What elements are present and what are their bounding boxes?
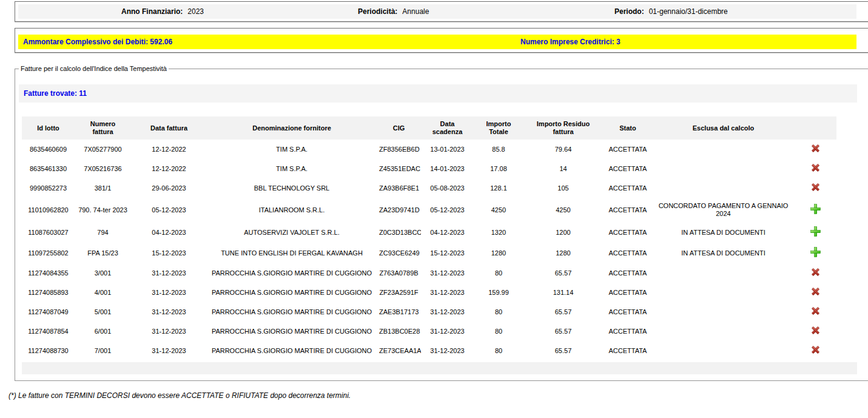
column-header: Numero fattura: [75, 116, 131, 140]
red-x-icon[interactable]: [811, 345, 820, 354]
cell-stato: ACCETTATA: [603, 322, 653, 341]
cell-data-fattura: 31-12-2023: [131, 322, 207, 341]
cell-id-lotto: 9990852273: [22, 178, 75, 198]
cell-importo-residuo-fattura: 4250: [523, 198, 603, 222]
cell-cig: Z763A0789B: [377, 263, 421, 283]
cell-importo-totale: 80: [474, 263, 523, 283]
green-plus-icon[interactable]: [810, 204, 821, 214]
periodo-label: Periodo:: [614, 7, 644, 16]
cell-importo-residuo-fattura: 79.64: [523, 140, 603, 159]
invoices-fieldset: Fatture per il calcolo dell'Indice della…: [15, 65, 868, 381]
periodicita-label: Periodicità:: [358, 7, 397, 16]
red-x-icon[interactable]: [811, 144, 820, 153]
cell-denominazione-fornitore: PARROCCHIA S.GIORGIO MARTIRE DI CUGGIONO: [207, 302, 377, 322]
exclude-toggle-cell[interactable]: [794, 178, 836, 198]
cell-esclusa-dal-calcolo: IN ATTESA DI DOCUMENTI: [653, 222, 794, 243]
cell-importo-residuo-fattura: 65.57: [523, 302, 603, 322]
cell-importo-totale: 159.99: [474, 283, 523, 302]
cell-data-scadenza: 14-01-2023: [421, 159, 474, 178]
exclude-toggle-cell[interactable]: [794, 263, 836, 283]
green-plus-icon[interactable]: [810, 226, 821, 237]
cell-denominazione-fornitore: TIM S.P.A.: [207, 140, 377, 159]
cell-cig: ZC93CE6249: [377, 243, 421, 263]
cell-importo-residuo-fattura: 1200: [523, 222, 603, 243]
cell-data-fattura: 05-12-2023: [131, 198, 207, 222]
cell-importo-totale: 17.08: [474, 159, 523, 178]
cell-importo-totale: 128.1: [474, 178, 523, 198]
column-header: Denominazione fornitore: [207, 116, 377, 140]
cell-data-fattura: 31-12-2023: [131, 341, 207, 360]
cell-data-fattura: 12-12-2022: [131, 159, 207, 178]
exclude-toggle-cell[interactable]: [794, 159, 836, 178]
cell-esclusa-dal-calcolo: IN ATTESA DI DOCUMENTI: [653, 243, 794, 263]
cell-stato: ACCETTATA: [603, 263, 653, 283]
cell-numero-fattura: 794: [75, 222, 131, 243]
debt-summary-banner: Ammontare Complessivo dei Debiti: 592.06…: [15, 28, 868, 53]
invoices-table-header-row: Id lottoNumero fatturaData fatturaDenomi…: [22, 116, 836, 140]
invoices-found-count: Fatture trovate: 11: [19, 84, 857, 103]
red-x-icon[interactable]: [811, 287, 820, 296]
cell-importo-totale: 85.8: [474, 140, 523, 159]
cell-id-lotto: 11274085893: [22, 283, 75, 302]
cell-data-scadenza: 15-12-2023: [421, 243, 474, 263]
cell-data-scadenza: 05-12-2023: [421, 198, 474, 222]
invoice-row: 112740858934/00131-12-2023PARROCCHIA S.G…: [22, 283, 836, 302]
cell-cig: ZA23D9741D: [377, 198, 421, 222]
periodicita-value: Annuale: [402, 7, 429, 16]
red-x-icon[interactable]: [811, 183, 820, 192]
cell-id-lotto: 8635460609: [22, 140, 75, 159]
cell-denominazione-fornitore: BBL TECHNOLOGY SRL: [207, 178, 377, 198]
cell-stato: ACCETTATA: [603, 222, 653, 243]
cell-importo-totale: 80: [474, 341, 523, 360]
cell-id-lotto: 11274088730: [22, 341, 75, 360]
cell-denominazione-fornitore: PARROCCHIA S.GIORGIO MARTIRE DI CUGGIONO: [207, 322, 377, 341]
exclude-toggle-cell[interactable]: [794, 283, 836, 302]
invoice-row: 9990852273381/129-06-2023BBL TECHNOLOGY …: [22, 178, 836, 198]
cell-cig: Z45351EDAC: [377, 159, 421, 178]
numero-imprese-text: Numero Imprese Creditrici: 3: [520, 38, 621, 46]
cell-importo-residuo-fattura: 65.57: [523, 322, 603, 341]
cell-denominazione-fornitore: ITALIANROOM S.R.L.: [207, 198, 377, 222]
red-x-icon[interactable]: [811, 306, 820, 315]
exclude-toggle-cell[interactable]: [794, 140, 836, 159]
cell-data-scadenza: 31-12-2023: [421, 283, 474, 302]
red-x-icon[interactable]: [811, 268, 820, 277]
invoice-row: 11010962820790. 74-ter 202305-12-2023ITA…: [22, 198, 836, 222]
cell-esclusa-dal-calcolo: [653, 263, 794, 283]
column-header: Esclusa dal calcolo: [653, 116, 794, 140]
column-header: Data scadenza: [421, 116, 474, 140]
exclude-toggle-cell[interactable]: [794, 198, 836, 222]
invoice-row: 112740887307/00131-12-2023PARROCCHIA S.G…: [22, 341, 836, 360]
red-x-icon[interactable]: [811, 326, 820, 335]
period-info-bar: Anno Finanziario: 2023 Periodicità: Annu…: [15, 1, 868, 22]
cell-importo-residuo-fattura: 65.57: [523, 341, 603, 360]
exclude-toggle-cell[interactable]: [794, 302, 836, 322]
periodo-field: Periodo: 01-gennaio/31-dicembre: [614, 7, 728, 16]
exclude-toggle-cell[interactable]: [794, 243, 836, 263]
column-header: CIG: [377, 116, 421, 140]
cell-importo-residuo-fattura: 14: [523, 159, 603, 178]
cell-id-lotto: 11274087049: [22, 302, 75, 322]
cell-numero-fattura: 5/001: [75, 302, 131, 322]
cell-data-fattura: 31-12-2023: [131, 263, 207, 283]
cell-data-scadenza: 13-01-2023: [421, 140, 474, 159]
invoice-row: 112740870495/00131-12-2023PARROCCHIA S.G…: [22, 302, 836, 322]
cell-denominazione-fornitore: TUNE INTO ENGLISH DI FERGAL KAVANAGH: [207, 243, 377, 263]
column-header: [794, 116, 836, 140]
cell-cig: ZAE3B17173: [377, 302, 421, 322]
cell-denominazione-fornitore: PARROCCHIA S.GIORGIO MARTIRE DI CUGGIONO: [207, 283, 377, 302]
cell-importo-residuo-fattura: 131.14: [523, 283, 603, 302]
cell-importo-residuo-fattura: 1280: [523, 243, 603, 263]
exclude-toggle-cell[interactable]: [794, 222, 836, 243]
exclude-toggle-cell[interactable]: [794, 322, 836, 341]
invoice-row: 1108760302779404-12-2023AUTOSERVIZI VAJO…: [22, 222, 836, 243]
cell-numero-fattura: 7X05216736: [75, 159, 131, 178]
green-plus-icon[interactable]: [810, 247, 821, 257]
red-x-icon[interactable]: [811, 163, 820, 172]
cell-data-scadenza: 31-12-2023: [421, 263, 474, 283]
cell-esclusa-dal-calcolo: [653, 302, 794, 322]
cell-id-lotto: 11087603027: [22, 222, 75, 243]
exclude-toggle-cell[interactable]: [794, 341, 836, 360]
invoice-row: 86354613307X0521673612-12-2022TIM S.P.A.…: [22, 159, 836, 178]
cell-esclusa-dal-calcolo: [653, 140, 794, 159]
